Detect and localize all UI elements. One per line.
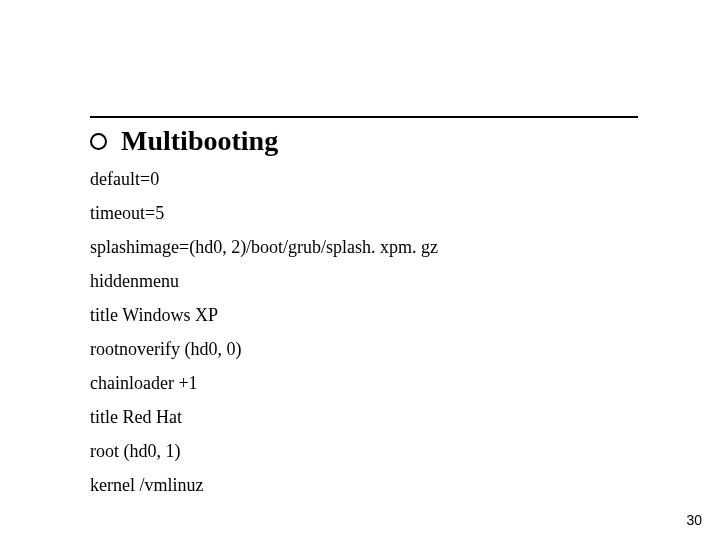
title-row: Multibooting	[90, 127, 278, 155]
config-line-title-redhat: title Red Hat	[90, 408, 638, 426]
config-line-kernel: kernel /vmlinuz	[90, 476, 638, 494]
slide: Multibooting default=0 timeout=5 splashi…	[0, 0, 720, 540]
config-line-hiddenmenu: hiddenmenu	[90, 272, 638, 290]
config-line-root: root (hd0, 1)	[90, 442, 638, 460]
config-line-title-windows: title Windows XP	[90, 306, 638, 324]
body-text: default=0 timeout=5 splashimage=(hd0, 2)…	[90, 170, 638, 510]
config-line-default: default=0	[90, 170, 638, 188]
page-number: 30	[686, 512, 702, 528]
horizontal-rule	[90, 116, 638, 118]
circle-bullet-icon	[90, 133, 107, 150]
config-line-splashimage: splashimage=(hd0, 2)/boot/grub/splash. x…	[90, 238, 638, 256]
config-line-timeout: timeout=5	[90, 204, 638, 222]
slide-title: Multibooting	[121, 127, 278, 155]
config-line-chainloader: chainloader +1	[90, 374, 638, 392]
config-line-rootnoverify: rootnoverify (hd0, 0)	[90, 340, 638, 358]
